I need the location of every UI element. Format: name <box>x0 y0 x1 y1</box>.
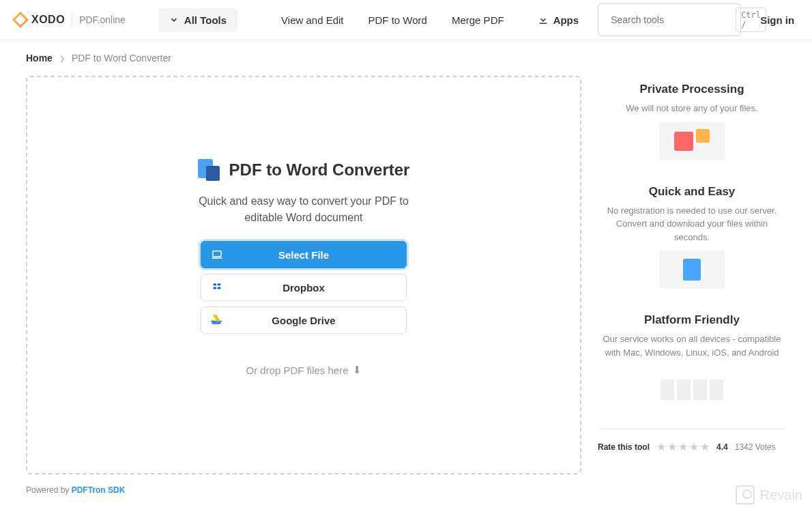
apps-button[interactable]: Apps <box>537 14 579 26</box>
star-icon[interactable]: ★ <box>689 440 699 453</box>
tool-title: PDF to Word Converter <box>229 160 410 180</box>
feature-illustration <box>659 251 725 289</box>
rating-row: Rate this tool ★ ★ ★ ★ ★ 4.4 1342 Votes <box>598 429 786 453</box>
pdftron-sdk-link[interactable]: PDFTron SDK <box>72 485 126 495</box>
star-icon[interactable]: ★ <box>667 440 677 453</box>
breadcrumb-current: PDF to Word Converter <box>72 53 171 63</box>
drop-hint-text: Or drop PDF files here <box>246 365 348 376</box>
breadcrumb: Home ❯ PDF to Word Converter <box>0 40 812 76</box>
nav-links: View and Edit PDF to Word Merge PDF <box>281 14 504 26</box>
nav-merge-pdf[interactable]: Merge PDF <box>452 14 504 26</box>
all-tools-button[interactable]: All Tools <box>158 8 237 32</box>
tool-subtitle: Quick and easy way to convert your PDF t… <box>191 193 416 226</box>
google-drive-button[interactable]: Google Drive <box>201 306 407 334</box>
features-sidebar: Private Processing We will not store any… <box>598 76 786 474</box>
feature-platform: Platform Friendly Our service works on a… <box>598 313 786 404</box>
logo-divider <box>72 12 72 27</box>
feature-illustration <box>659 366 725 404</box>
chevron-down-icon <box>169 15 179 25</box>
dropzone[interactable]: PDF to Word Converter Quick and easy way… <box>26 76 581 474</box>
nav-view-edit[interactable]: View and Edit <box>281 14 343 26</box>
feature-quick: Quick and Easy No registration is needed… <box>598 185 786 289</box>
search-input[interactable] <box>611 14 730 25</box>
feature-private: Private Processing We will not store any… <box>598 83 786 160</box>
revain-icon <box>736 485 755 504</box>
revain-text: Revain <box>760 487 802 503</box>
feature-desc: No registration is needed to use our ser… <box>598 204 786 244</box>
xodo-logo-icon <box>12 12 29 28</box>
logo-text: XODO <box>31 14 65 26</box>
signin-link[interactable]: Sign in <box>760 14 794 26</box>
feature-desc: Our service works on all devices - compa… <box>598 332 786 359</box>
dropbox-icon <box>211 281 223 294</box>
drop-hint: Or drop PDF files here ⬇ <box>246 364 361 376</box>
rating-score: 4.4 <box>716 442 728 452</box>
star-icon[interactable]: ★ <box>678 440 688 453</box>
select-file-label: Select File <box>201 249 406 261</box>
rating-votes: 1342 Votes <box>735 442 776 452</box>
star-icon[interactable]: ★ <box>700 440 710 453</box>
logo-subtext: PDF.online <box>79 14 126 25</box>
laptop-icon <box>211 248 223 261</box>
gdrive-label: Google Drive <box>201 315 406 326</box>
arrow-down-icon: ⬇ <box>353 364 362 376</box>
tool-title-row: PDF to Word Converter <box>198 159 410 181</box>
feature-title: Quick and Easy <box>598 185 786 199</box>
star-icon[interactable]: ★ <box>656 440 666 453</box>
rating-label: Rate this tool <box>598 442 650 452</box>
powered-by-text: Powered by <box>26 485 72 495</box>
svg-rect-2 <box>213 251 221 257</box>
feature-desc: We will not store any of your files. <box>598 102 786 115</box>
file-source-buttons: Select File Dropbox Google Drive <box>201 241 407 334</box>
apps-label: Apps <box>553 14 579 26</box>
logo[interactable]: XODO PDF.online <box>12 12 126 28</box>
feature-title: Private Processing <box>598 83 786 96</box>
pdf-to-word-icon <box>198 159 220 181</box>
nav-pdf-to-word[interactable]: PDF to Word <box>368 14 427 26</box>
main-content: PDF to Word Converter Quick and easy way… <box>0 76 812 474</box>
chevron-right-icon: ❯ <box>59 55 65 62</box>
select-file-button[interactable]: Select File <box>201 241 407 268</box>
feature-title: Platform Friendly <box>598 313 786 327</box>
dropbox-button[interactable]: Dropbox <box>201 274 407 301</box>
header: XODO PDF.online All Tools View and Edit … <box>0 0 812 40</box>
download-icon <box>537 14 549 26</box>
search-box[interactable]: Ctrl / <box>598 3 741 36</box>
all-tools-label: All Tools <box>184 14 227 26</box>
google-drive-icon <box>211 314 223 326</box>
breadcrumb-home[interactable]: Home <box>26 53 53 63</box>
dropbox-label: Dropbox <box>201 282 406 294</box>
footer: Powered by PDFTron SDK <box>0 474 812 495</box>
feature-illustration <box>659 122 725 160</box>
rating-stars[interactable]: ★ ★ ★ ★ ★ <box>656 440 710 453</box>
revain-watermark: Revain <box>736 485 802 504</box>
